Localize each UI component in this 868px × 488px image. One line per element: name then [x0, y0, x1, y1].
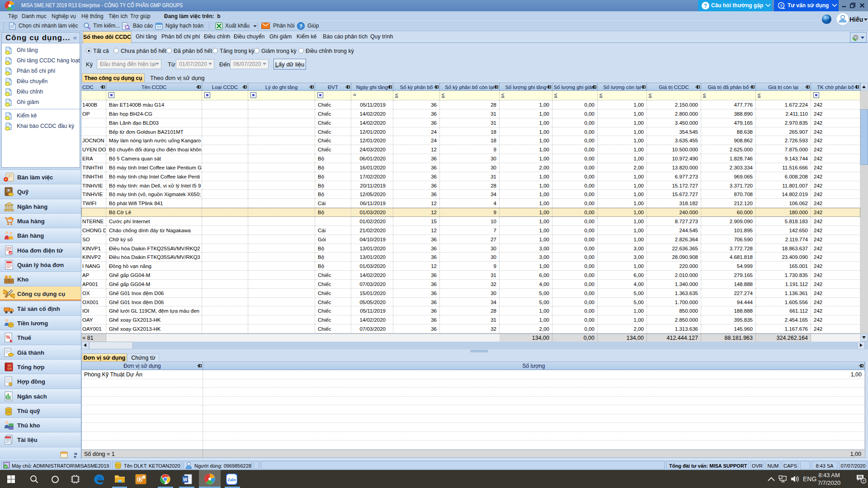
svg-text:CÁI: CÁI	[7, 367, 12, 370]
svg-text:SỔ: SỔ	[8, 364, 12, 367]
svg-text:Zalo: Zalo	[227, 478, 236, 482]
svg-text:7: 7	[862, 479, 864, 483]
svg-text:?: ?	[780, 4, 783, 8]
svg-text:?: ?	[299, 23, 302, 29]
svg-text:%: %	[6, 334, 10, 340]
svg-text:W: W	[183, 477, 188, 482]
svg-text:?: ?	[704, 3, 707, 9]
